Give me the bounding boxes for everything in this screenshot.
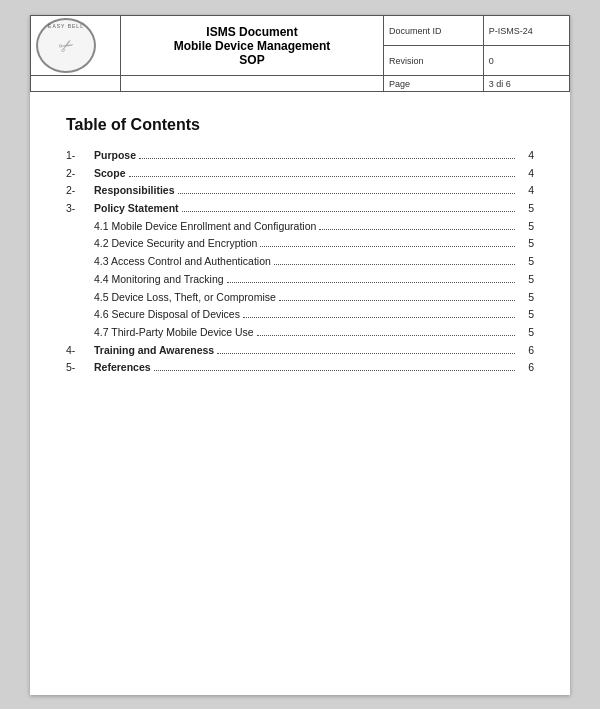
logo-image: EASY BELL ✂ <box>36 18 96 73</box>
toc-item: 2-Responsibilities4 <box>66 183 534 198</box>
doc-id-value: P-ISMS-24 <box>489 26 533 36</box>
toc-item-num: 5- <box>66 360 94 375</box>
document-title-cell: ISMS Document Mobile Device Management S… <box>121 16 384 76</box>
toc-list: 1-Purpose42-Scope42-Responsibilities43-P… <box>66 148 534 375</box>
toc-item-label: 4.5 Device Loss, Theft, or Compromise <box>94 290 276 305</box>
toc-item-label: 4.6 Secure Disposal of Devices <box>94 307 240 322</box>
toc-dots <box>129 176 515 177</box>
toc-item-num: 2- <box>66 166 94 181</box>
toc-item: 1-Purpose4 <box>66 148 534 163</box>
toc-item-page: 4 <box>518 166 534 181</box>
doc-id-label-cell: Document ID <box>384 16 484 46</box>
page-content: Table of Contents 1-Purpose42-Scope42-Re… <box>30 92 570 402</box>
toc-item-label: 4.2 Device Security and Encryption <box>94 236 257 251</box>
toc-item-page: 6 <box>518 360 534 375</box>
toc-dots <box>274 264 515 265</box>
toc-item-page: 5 <box>518 272 534 287</box>
toc-item-label: Scope <box>94 166 126 181</box>
toc-item-page: 5 <box>518 219 534 234</box>
toc-dots <box>182 211 515 212</box>
document-header: EASY BELL ✂ ISMS Document Mobile Device … <box>30 15 570 92</box>
toc-item: 4.5 Device Loss, Theft, or Compromise5 <box>66 290 534 305</box>
doc-id-value-cell: P-ISMS-24 <box>483 16 569 46</box>
doc-title-line2: SOP <box>126 53 378 67</box>
logo-cell: EASY BELL ✂ <box>31 16 121 76</box>
toc-item-num <box>76 236 94 251</box>
toc-item-page: 5 <box>518 290 534 305</box>
page-value: 3 di 6 <box>489 79 511 89</box>
revision-label-cell: Revision <box>384 46 484 76</box>
toc-item: 2-Scope4 <box>66 166 534 181</box>
toc-item-label: 4.3 Access Control and Authentication <box>94 254 271 269</box>
toc-dots <box>139 158 515 159</box>
page-value-cell: 3 di 6 <box>483 76 569 92</box>
toc-dots <box>319 229 515 230</box>
toc-item-label: 4.7 Third-Party Mobile Device Use <box>94 325 254 340</box>
toc-item: 4.7 Third-Party Mobile Device Use5 <box>66 325 534 340</box>
toc-dots <box>154 370 515 371</box>
toc-item-num: 3- <box>66 201 94 216</box>
toc-item-page: 5 <box>518 307 534 322</box>
toc-item: 4.6 Secure Disposal of Devices5 <box>66 307 534 322</box>
toc-item-label: Policy Statement <box>94 201 179 216</box>
revision-value-cell: 0 <box>483 46 569 76</box>
doc-id-label: Document ID <box>389 26 442 36</box>
toc-item-label: 4.1 Mobile Device Enrollment and Configu… <box>94 219 316 234</box>
document-page: EASY BELL ✂ ISMS Document Mobile Device … <box>30 15 570 695</box>
toc-dots <box>227 282 515 283</box>
revision-label: Revision <box>389 56 424 66</box>
isms-label: ISMS Document <box>126 25 378 39</box>
toc-item-num <box>76 307 94 322</box>
toc-item: 4.4 Monitoring and Tracking5 <box>66 272 534 287</box>
toc-item-label: Training and Awareness <box>94 343 214 358</box>
toc-title: Table of Contents <box>66 116 534 134</box>
title-spacer <box>121 76 384 92</box>
toc-item: 4-Training and Awareness6 <box>66 343 534 358</box>
toc-item-page: 5 <box>518 201 534 216</box>
toc-dots <box>243 317 515 318</box>
logo-spacer <box>31 76 121 92</box>
toc-item-page: 4 <box>518 148 534 163</box>
toc-item-page: 4 <box>518 183 534 198</box>
scissors-icon: ✂ <box>54 32 78 59</box>
toc-item-label: References <box>94 360 151 375</box>
toc-item-num: 2- <box>66 183 94 198</box>
toc-dots <box>178 193 515 194</box>
page-label: Page <box>389 79 410 89</box>
page-label-cell: Page <box>384 76 484 92</box>
toc-item-label: 4.4 Monitoring and Tracking <box>94 272 224 287</box>
toc-item: 4.2 Device Security and Encryption5 <box>66 236 534 251</box>
toc-item-num <box>76 290 94 305</box>
toc-item-num: 1- <box>66 148 94 163</box>
toc-dots <box>257 335 515 336</box>
toc-item-page: 5 <box>518 325 534 340</box>
toc-dots <box>279 300 515 301</box>
doc-title-line1: Mobile Device Management <box>126 39 378 53</box>
revision-value: 0 <box>489 56 494 66</box>
toc-item-page: 6 <box>518 343 534 358</box>
toc-dots <box>260 246 515 247</box>
toc-item: 4.3 Access Control and Authentication5 <box>66 254 534 269</box>
toc-item: 4.1 Mobile Device Enrollment and Configu… <box>66 219 534 234</box>
toc-item: 3-Policy Statement5 <box>66 201 534 216</box>
toc-item-num <box>76 325 94 340</box>
toc-item-num <box>76 272 94 287</box>
toc-item-page: 5 <box>518 236 534 251</box>
toc-item-num <box>76 254 94 269</box>
toc-item: 5-References6 <box>66 360 534 375</box>
toc-item-label: Purpose <box>94 148 136 163</box>
toc-item-page: 5 <box>518 254 534 269</box>
toc-item-label: Responsibilities <box>94 183 175 198</box>
toc-dots <box>217 353 515 354</box>
toc-item-num <box>76 219 94 234</box>
toc-item-num: 4- <box>66 343 94 358</box>
